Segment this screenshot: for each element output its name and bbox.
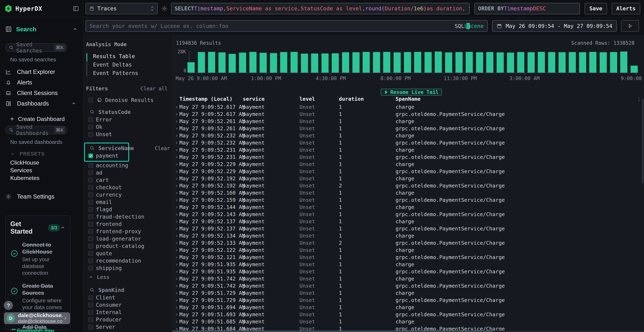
table-row[interactable]: ›May 27 9:09:51.935 AMpaymentUnset1charg… xyxy=(172,261,644,268)
histogram-bar[interactable] xyxy=(496,52,504,72)
table-row[interactable]: ›May 27 9:09:52.143 AMpaymentUnset1grpc.… xyxy=(172,211,644,218)
filter-option-client[interactable]: Client xyxy=(83,294,172,301)
denoise-checkbox[interactable]: Denoise Results xyxy=(83,96,172,104)
source-select[interactable]: Traces xyxy=(86,3,158,14)
filter-option-ad[interactable]: ad xyxy=(83,169,172,176)
table-row[interactable]: ›May 27 9:09:52.232 AMpaymentUnset1charg… xyxy=(172,132,644,139)
row-expand-icon[interactable]: › xyxy=(175,169,180,174)
search-icon[interactable] xyxy=(90,146,95,151)
table-row[interactable]: ›May 27 9:09:51.729 AMpaymentUnset1grpc.… xyxy=(172,296,644,304)
table-row[interactable]: ›May 27 9:09:52.261 AMpaymentUnset1grpc.… xyxy=(172,125,644,132)
row-expand-icon[interactable]: › xyxy=(175,312,180,317)
column-handle-icon[interactable]: ⋮ xyxy=(239,96,244,100)
histogram-bar[interactable] xyxy=(424,52,432,72)
row-expand-icon[interactable]: › xyxy=(175,147,180,152)
histogram-bar[interactable] xyxy=(414,52,421,72)
histogram-bar[interactable] xyxy=(198,52,205,72)
table-row[interactable]: ›May 27 9:09:52.134 AMpaymentUnset1charg… xyxy=(172,232,644,239)
row-expand-icon[interactable]: › xyxy=(175,126,180,131)
chevron-up-icon[interactable] xyxy=(60,225,66,230)
filter-option-product-catalog[interactable]: product-catalog xyxy=(83,242,172,250)
row-expand-icon[interactable]: › xyxy=(175,133,180,138)
histogram-bar[interactable] xyxy=(383,52,390,72)
filter-option-currency[interactable]: currency xyxy=(83,191,172,198)
histogram-bar[interactable] xyxy=(466,52,473,72)
filter-option-error[interactable]: Error xyxy=(83,116,172,123)
row-expand-icon[interactable]: › xyxy=(175,190,180,196)
histogram-bar[interactable] xyxy=(630,66,638,72)
table-row[interactable]: ›May 27 9:09:51.742 AMpaymentUnset1charg… xyxy=(172,275,644,282)
table-row[interactable]: ›May 27 9:09:52.159 AMpaymentUnset1grpc.… xyxy=(172,196,644,204)
column-service[interactable]: ⋮service xyxy=(243,96,300,102)
sidebar-item-team-settings[interactable]: Team Settings xyxy=(0,191,83,202)
histogram-bar[interactable] xyxy=(600,52,607,72)
row-expand-icon[interactable]: › xyxy=(175,104,180,110)
table-row[interactable]: ›May 27 9:09:52.137 AMpaymentUnset1grpc.… xyxy=(172,225,644,232)
collapse-sidebar-icon[interactable] xyxy=(72,5,79,12)
alerts-button[interactable]: Alerts xyxy=(612,3,640,14)
row-expand-icon[interactable]: › xyxy=(175,154,180,160)
filter-option-server[interactable]: Server xyxy=(83,323,172,330)
table-row[interactable]: ›May 27 9:09:52.160 AMpaymentUnset1charg… xyxy=(172,189,644,196)
filter-option-consumer[interactable]: Consumer xyxy=(83,301,172,308)
create-dashboard-button[interactable]: + Create Dashboard xyxy=(10,115,83,123)
histogram-bar[interactable] xyxy=(394,52,401,72)
histogram-bar[interactable] xyxy=(342,52,349,72)
table-row[interactable]: ›May 27 9:09:52.229 AMpaymentUnset1grpc.… xyxy=(172,168,644,175)
row-expand-icon[interactable]: › xyxy=(175,262,180,267)
table-row[interactable]: ›May 27 9:09:51.693 AMpaymentUnset1grpc.… xyxy=(172,311,644,318)
column-handle-icon[interactable]: ⋮ xyxy=(392,96,396,100)
histogram-bar[interactable] xyxy=(249,52,256,72)
search-icon[interactable] xyxy=(90,109,95,115)
histogram-bar[interactable] xyxy=(589,52,596,72)
filter-option-unset[interactable]: Unset xyxy=(83,130,172,138)
histogram-bar[interactable] xyxy=(435,52,442,72)
histogram-bar[interactable] xyxy=(290,52,298,72)
row-expand-icon[interactable]: › xyxy=(175,283,180,288)
column-spanname[interactable]: ⋮SpanName xyxy=(396,96,644,102)
row-expand-icon[interactable]: › xyxy=(175,254,180,260)
analysis-mode-results-table[interactable]: Results Table xyxy=(86,52,172,60)
histogram-bar[interactable] xyxy=(228,54,236,72)
histogram-bar[interactable] xyxy=(538,52,545,72)
table-row[interactable]: ›May 27 9:09:52.192 AMpaymentUnset2grpc.… xyxy=(172,182,644,189)
search-input[interactable]: Search your events w/ Lucene ex. column:… xyxy=(86,20,488,32)
user-menu[interactable]: D dale@clickhouse.com dale@clickhouse.co… xyxy=(4,312,70,324)
histogram-bar[interactable] xyxy=(260,53,267,72)
histogram-bar[interactable] xyxy=(311,54,318,72)
row-expand-icon[interactable]: › xyxy=(175,204,180,210)
sidebar-item-client-sessions[interactable]: Client Sessions xyxy=(0,88,83,98)
horizontal-scrollbar-thumb[interactable] xyxy=(172,330,493,332)
table-row[interactable]: ›May 27 9:09:51.729 AMpaymentUnset1charg… xyxy=(172,290,644,296)
row-expand-icon[interactable]: › xyxy=(175,233,180,238)
histogram-bar[interactable] xyxy=(528,52,535,72)
analysis-mode-event-patterns[interactable]: Event Patterns xyxy=(86,69,172,77)
collapse-options-toggle[interactable]: Less xyxy=(88,274,172,281)
table-row[interactable]: ›May 27 9:09:52.617 AMpaymentUnset1charg… xyxy=(172,104,644,110)
row-expand-icon[interactable]: › xyxy=(175,276,180,282)
histogram-bar[interactable] xyxy=(352,52,360,72)
filter-option-flagd[interactable]: flagd xyxy=(83,206,172,213)
row-expand-icon[interactable]: › xyxy=(175,118,180,124)
save-button[interactable]: Save xyxy=(584,3,607,14)
saved-dashboards-input[interactable]: Saved Dashboards ⌘K xyxy=(5,126,68,134)
vertical-scrollbar-thumb[interactable] xyxy=(642,99,644,183)
sidebar-item-search[interactable]: Search xyxy=(5,25,78,33)
row-expand-icon[interactable]: › xyxy=(175,140,180,146)
table-row[interactable]: ›May 27 9:09:51.685 AMpaymentUnset1charg… xyxy=(172,318,644,325)
histogram-bar[interactable] xyxy=(507,52,514,72)
histogram-bar[interactable] xyxy=(188,62,195,72)
histogram-bar[interactable] xyxy=(558,52,566,72)
histogram-bar[interactable] xyxy=(208,52,215,72)
histogram-bar[interactable] xyxy=(218,52,226,72)
row-expand-icon[interactable]: › xyxy=(175,290,180,296)
run-query-button[interactable] xyxy=(621,20,639,32)
filter-option-fraud-detection[interactable]: fraud-detection xyxy=(83,213,172,220)
clear-servicename-filter[interactable]: Clear xyxy=(155,146,170,151)
saved-searches-input[interactable]: Saved Searches ⌘K xyxy=(5,43,68,52)
column-timestamp[interactable]: Timestamp (Local) xyxy=(180,96,243,102)
preset-kubernetes[interactable]: Kubernetes xyxy=(10,174,83,182)
table-row[interactable]: ›May 27 9:09:52.232 AMpaymentUnset1grpc.… xyxy=(172,139,644,146)
row-expand-icon[interactable]: › xyxy=(175,176,180,181)
preset-services[interactable]: Services xyxy=(10,166,83,174)
